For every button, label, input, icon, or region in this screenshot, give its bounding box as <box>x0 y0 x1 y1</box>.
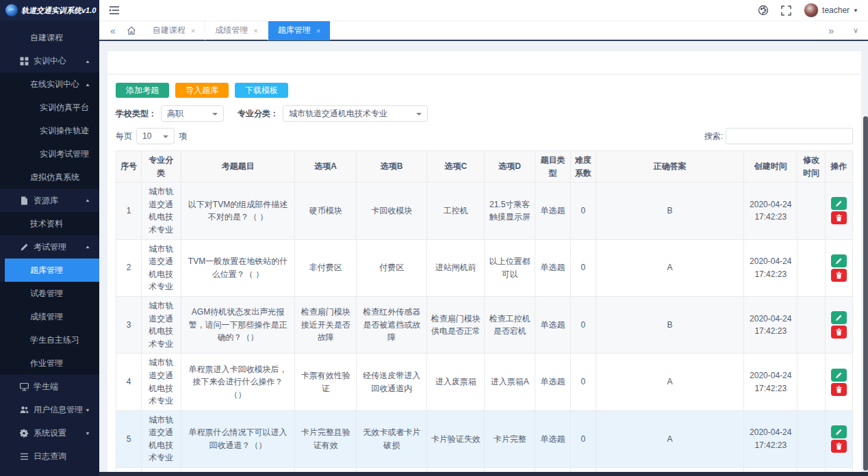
cell-modified <box>797 354 825 410</box>
cell-option-a: 卡票有效性验证 <box>295 354 356 410</box>
column-header: 题目类型 <box>535 151 570 183</box>
tabs-scroll-left-icon[interactable]: « <box>106 25 120 36</box>
tab-2[interactable]: 成绩管理× <box>205 21 268 40</box>
sidebar-item-label: 系统设置 <box>34 427 66 439</box>
theme-icon[interactable] <box>758 5 769 16</box>
column-header: 序号 <box>116 151 142 183</box>
add-question-button[interactable]: 添加考题 <box>116 83 169 98</box>
delete-button[interactable] <box>831 383 847 396</box>
question-table: 序号专业分类考题题目选项A选项B选项C选项D题目类型难度系数正确答案创建时间修改… <box>116 150 853 476</box>
search-label: 搜索: <box>704 131 723 142</box>
major-select[interactable]: 城市轨道交通机电技术专业 <box>283 105 428 122</box>
delete-button[interactable] <box>831 440 847 453</box>
close-icon[interactable]: × <box>316 27 320 35</box>
sidebar-item-3[interactable]: 在线实训中心▲ <box>0 72 99 96</box>
delete-button[interactable] <box>831 211 847 224</box>
table-row-4[interactable]: 4城市轨道交通机电技术专业单程票进入卡回收模块后，接下来会进行什么操作？（）卡票… <box>116 354 853 410</box>
table-row-2[interactable]: 2城市轨道交通机电技术专业TVM一般放置在地铁站的什么位置？（ ）非付费区付费区… <box>116 239 853 296</box>
sidebar-item-7[interactable]: 虚拟仿真系统 <box>0 166 99 189</box>
edit-button[interactable] <box>831 311 847 324</box>
home-tab-icon[interactable] <box>120 26 143 36</box>
table-row-5[interactable]: 5城市轨道交通机电技术专业单程票什么情况下可以进入回收通道？（）卡片完整且验证有… <box>116 410 853 467</box>
avatar[interactable] <box>804 3 819 18</box>
sidebar-item-19[interactable]: 日志查询 <box>0 445 99 468</box>
sidebar-item-5[interactable]: 实训操作轨迹 <box>0 119 99 142</box>
sidebar-item-label: 用户信息管理 <box>34 404 83 416</box>
school-type-select[interactable]: 高职 <box>161 105 224 122</box>
cell-option-b: 卡回收模块 <box>356 183 427 239</box>
username: teacher <box>822 5 850 15</box>
tab-bar: « 自建课程×成绩管理×题库管理× » ∨ <box>99 21 868 41</box>
sidebar: 轨道交通实训系统v1.0 自建课程实训中心▲在线实训中心▲实训仿真平台实训操作轨… <box>0 0 99 476</box>
tabs-menu-icon[interactable]: ∨ <box>849 26 863 35</box>
table-row-3[interactable]: 3城市轨道交通机电技术专业AGM待机状态发出声光报警，请问一下那些操作是正确的？… <box>116 296 853 353</box>
sidebar-item-6[interactable]: 实训考试管理 <box>0 142 99 166</box>
tab-1[interactable]: 自建课程× <box>143 21 205 40</box>
cell-major: 城市轨道交通机电技术专业 <box>142 239 181 296</box>
sidebar-item-17[interactable]: 用户信息管理▼ <box>0 398 99 421</box>
column-header: 操作 <box>825 151 852 183</box>
sidebar-item-14[interactable]: 学生自主练习 <box>0 328 99 352</box>
sidebar-item-label: 考试管理 <box>34 241 66 253</box>
sidebar-item-8[interactable]: 资源库▲ <box>0 189 99 212</box>
close-icon[interactable]: × <box>191 27 195 35</box>
sidebar-item-label: 资源库 <box>34 195 58 207</box>
fullscreen-icon[interactable] <box>781 5 791 16</box>
edit-button[interactable] <box>831 369 847 382</box>
delete-button[interactable] <box>831 269 847 282</box>
search-input[interactable] <box>726 128 853 144</box>
tab-3[interactable]: 题库管理× <box>268 21 330 40</box>
cell-answer: A <box>596 354 743 410</box>
cell-option-a: 硬币模块 <box>295 183 356 239</box>
column-header: 修改时间 <box>797 151 825 183</box>
delete-button[interactable] <box>831 326 847 339</box>
sidebar-item-11[interactable]: 题库管理 <box>5 259 99 282</box>
card-top-strip <box>107 51 861 75</box>
horizontal-scrollbar[interactable] <box>99 472 868 476</box>
exam-pencil-icon <box>20 243 29 252</box>
question-bank-card: 添加考题导入题库下载模板 学校类型： 高职 专业分类： 城市轨道交通机电技术专业… <box>107 51 861 476</box>
tabs-scroll-right-icon[interactable]: » <box>824 25 838 36</box>
cell-answer: B <box>596 296 743 353</box>
tab-list: 自建课程×成绩管理×题库管理× <box>143 21 330 40</box>
sidebar-item-2[interactable]: 实训中心▲ <box>0 49 99 72</box>
sidebar-item-16[interactable]: 学生端 <box>0 375 99 398</box>
download-template-button[interactable]: 下载模板 <box>235 83 288 98</box>
app-logo-icon <box>5 4 18 16</box>
sidebar-item-15[interactable]: 作业管理 <box>0 352 99 375</box>
top-header: teacher ▼ <box>99 0 868 21</box>
vertical-scrollbar[interactable] <box>863 116 868 471</box>
sidebar-item-label: 试卷管理 <box>30 288 63 300</box>
chevron-up-icon: ▲ <box>85 58 90 63</box>
table-row-1[interactable]: 1城市轨道交通机电技术专业以下对TVM的组成部件描述不对的是？（ ）硬币模块卡回… <box>116 183 853 239</box>
cell-option-d: 进入票箱A <box>484 354 535 410</box>
chevron-down-icon: ▼ <box>85 407 90 412</box>
tab-label: 成绩管理 <box>215 25 248 36</box>
per-page-select[interactable]: 10 <box>136 128 175 144</box>
close-icon[interactable]: × <box>253 27 257 35</box>
sidebar-item-12[interactable]: 试卷管理 <box>0 282 99 305</box>
sidebar-item-18[interactable]: 系统设置▼ <box>0 421 99 445</box>
edit-button[interactable] <box>831 254 847 267</box>
cell-no: 1 <box>116 183 142 239</box>
cell-created: 2020-04-2417:42:23 <box>744 183 797 239</box>
sidebar-item-4[interactable]: 实训仿真平台 <box>0 96 99 119</box>
cell-option-b: 检查红外传感器是否被遮挡或故障 <box>356 296 427 353</box>
collapse-menu-icon[interactable] <box>109 5 120 15</box>
cell-question: TVM一般放置在地铁站的什么位置？（ ） <box>181 239 295 296</box>
edit-button[interactable] <box>831 197 847 210</box>
edit-button[interactable] <box>831 425 847 438</box>
cell-type: 单选题 <box>535 410 570 467</box>
content-area: 添加考题导入题库下载模板 学校类型： 高职 专业分类： 城市轨道交通机电技术专业… <box>99 41 868 476</box>
user-menu[interactable]: teacher ▼ <box>804 3 858 18</box>
sidebar-item-10[interactable]: 考试管理▲ <box>0 235 99 259</box>
cell-option-d: 以上位置都可以 <box>484 239 535 296</box>
import-bank-button[interactable]: 导入题库 <box>175 83 229 98</box>
sidebar-item-1[interactable]: 自建课程 <box>0 26 99 49</box>
sidebar-item-9[interactable]: 技术资料 <box>0 212 99 235</box>
student-monitor-icon <box>20 382 29 391</box>
sidebar-item-13[interactable]: 成绩管理 <box>0 305 99 328</box>
per-page-prefix: 每页 <box>116 131 132 142</box>
column-header: 选项A <box>295 151 356 183</box>
sidebar-item-label: 在线实训中心 <box>30 79 79 90</box>
